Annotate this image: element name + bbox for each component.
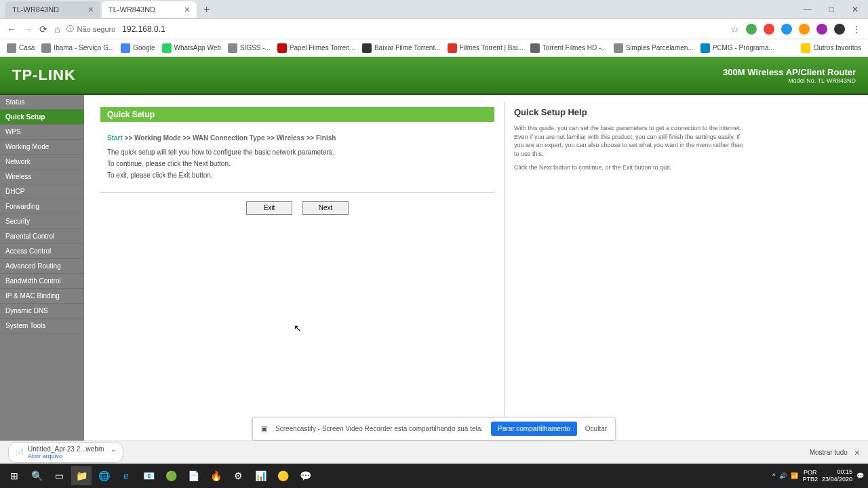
close-icon[interactable]: × [184, 4, 190, 15]
sidebar-item-access[interactable]: Access Control [0, 244, 84, 259]
bookmark-item[interactable]: Papel Filmes Torren... [277, 43, 355, 53]
close-window-button[interactable]: ✕ [848, 3, 863, 16]
start-button[interactable]: ⊞ [4, 466, 24, 485]
language-indicator[interactable]: POR PTB2 [802, 469, 818, 483]
sidebar-item-binding[interactable]: IP & MAC Binding [0, 289, 84, 304]
sidebar-item-status[interactable]: Status [0, 95, 84, 110]
taskbar-app[interactable]: 📊 [250, 466, 271, 485]
tray-icon[interactable]: 🔊 [779, 472, 787, 479]
sidebar-item-dhcp[interactable]: DHCP [0, 184, 84, 199]
share-text: Screencastify - Screen Video Recorder es… [275, 425, 483, 432]
reload-button[interactable]: ⟳ [39, 24, 47, 35]
address-bar: ← → ⟳ ⌂ ⓘ Não seguro 192.168.0.1 ☆ ⋮ [0, 19, 868, 39]
extension-icon[interactable] [764, 24, 774, 35]
new-tab-button[interactable]: + [198, 3, 215, 16]
help-title: Quick Setup Help [514, 107, 746, 117]
sidebar-item-security[interactable]: Security [0, 214, 84, 229]
bookmark-item[interactable]: Google [121, 43, 155, 53]
taskbar-app[interactable]: 💬 [295, 466, 315, 485]
page-content: TP-LINK 300M Wireless AP/Client Router M… [0, 57, 868, 441]
hide-button[interactable]: Ocultar [585, 425, 607, 432]
notification-icon[interactable]: 💬 [856, 472, 864, 479]
divider [100, 192, 494, 193]
task-view-icon[interactable]: ▭ [49, 466, 69, 485]
extension-icon[interactable] [781, 24, 792, 35]
next-button[interactable]: Next [302, 201, 349, 215]
taskbar-app[interactable]: 📁 [71, 466, 92, 485]
download-filename: Untitled_Apr 23 2...webm [28, 445, 104, 453]
bookmark-item[interactable]: Filmes Torrent | Bai... [448, 43, 524, 53]
tray-icon[interactable]: 📶 [791, 472, 798, 479]
bookmark-item[interactable]: SIGSS -... [228, 43, 271, 53]
sidebar-nav: Status Quick Setup WPS Working Mode Netw… [0, 95, 84, 441]
tab-title: TL-WR843ND [12, 5, 59, 14]
maximize-button[interactable]: □ [825, 3, 838, 16]
taskbar-app[interactable]: 🟡 [273, 466, 293, 485]
security-indicator[interactable]: ⓘ Não seguro [66, 24, 115, 34]
browser-tab-strip: TL-WR843ND × TL-WR843ND × + — □ ✕ [0, 0, 868, 19]
sidebar-item-wps[interactable]: WPS [0, 125, 84, 140]
extension-icon[interactable] [834, 24, 845, 35]
show-all-downloads[interactable]: Mostrar tudo [810, 449, 848, 456]
star-icon[interactable]: ☆ [730, 24, 739, 35]
forward-button[interactable]: → [23, 24, 33, 35]
sidebar-item-bandwidth[interactable]: Bandwidth Control [0, 274, 84, 289]
stop-sharing-button[interactable]: Parar compartilhamento [491, 422, 577, 436]
download-bar: 📄 Untitled_Apr 23 2...webm Abrir arquivo… [0, 441, 868, 464]
main-content: Quick Setup Start >> Working Mode >> WAN… [91, 102, 505, 434]
product-name: 300M Wireless AP/Client Router [723, 67, 856, 77]
sidebar-item-working-mode[interactable]: Working Mode [0, 140, 84, 155]
chevron-down-icon[interactable]: ⌃ [111, 449, 116, 456]
exit-button[interactable]: Exit [246, 201, 292, 215]
search-icon[interactable]: 🔍 [26, 466, 47, 485]
minimize-button[interactable]: — [800, 3, 816, 16]
intro-line: To exit, please click the Exit button. [107, 171, 494, 179]
sidebar-item-forwarding[interactable]: Forwarding [0, 199, 84, 214]
help-panel: Quick Setup Help With this guide, you ca… [505, 102, 755, 434]
taskbar-app[interactable]: 📄 [183, 466, 203, 485]
bookmark-item[interactable]: PCMG - Programa... [701, 43, 774, 53]
share-icon: ▣ [261, 425, 267, 432]
breadcrumb: Start >> Working Mode >> WAN Connection … [107, 134, 494, 142]
bookmarks-bar: Casa Ibama - Serviço G... Google WhatsAp… [0, 39, 868, 57]
sidebar-item-network[interactable]: Network [0, 155, 84, 169]
clock[interactable]: 00:15 23/04/2020 [822, 468, 852, 483]
download-item[interactable]: 📄 Untitled_Apr 23 2...webm Abrir arquivo… [8, 442, 123, 463]
help-text: With this guide, you can set the basic p… [514, 124, 746, 158]
taskbar-app[interactable]: 🌐 [94, 466, 114, 485]
sidebar-item-quick-setup[interactable]: Quick Setup [0, 110, 84, 125]
taskbar-app[interactable]: 🟢 [161, 466, 181, 485]
taskbar-app[interactable]: e [116, 466, 136, 485]
extension-icon[interactable] [816, 24, 827, 35]
bookmark-item[interactable]: Torrent Filmes HD -... [530, 43, 607, 53]
home-button[interactable]: ⌂ [54, 24, 60, 35]
menu-icon[interactable]: ⋮ [852, 24, 861, 35]
bookmark-item[interactable]: WhatsApp Web [162, 43, 221, 53]
bookmark-item[interactable]: Casa [7, 43, 35, 53]
sidebar-item-routing[interactable]: Advanced Routing [0, 259, 84, 274]
sidebar-item-parental[interactable]: Parental Control [0, 229, 84, 244]
sidebar-item-system[interactable]: System Tools [0, 319, 84, 333]
url-field[interactable]: 192.168.0.1 [122, 24, 724, 34]
taskbar-app[interactable]: 📧 [138, 466, 159, 485]
close-icon[interactable]: × [88, 4, 94, 15]
extension-icon[interactable] [746, 24, 757, 35]
taskbar-app[interactable]: ⚙ [228, 466, 248, 485]
tray-chevron[interactable]: ^ [772, 472, 775, 479]
bookmark-other[interactable]: Outros favoritos [801, 43, 861, 53]
sidebar-item-wireless[interactable]: Wireless [0, 169, 84, 184]
back-button[interactable]: ← [7, 24, 16, 35]
browser-tab[interactable]: TL-WR843ND × [5, 1, 100, 18]
bookmark-item[interactable]: Baixar Filme Torrent... [362, 43, 441, 53]
sidebar-item-ddns[interactable]: Dynamic DNS [0, 304, 84, 319]
extension-icon[interactable] [799, 24, 810, 35]
router-header: TP-LINK 300M Wireless AP/Client Router M… [0, 57, 868, 95]
intro-line: The quick setup will tell you how to con… [107, 148, 494, 156]
bookmark-item[interactable]: Simples Parcelamen... [614, 43, 694, 53]
close-icon[interactable]: × [854, 447, 860, 458]
taskbar-app[interactable]: 🔥 [205, 466, 226, 485]
taskbar: ⊞ 🔍 ▭ 📁 🌐 e 📧 🟢 📄 🔥 ⚙ 📊 🟡 💬 ^ 🔊 📶 POR PT… [0, 464, 868, 488]
browser-tab[interactable]: TL-WR843ND × [102, 1, 197, 18]
help-text: Click the Next button to continue, or th… [514, 163, 746, 172]
bookmark-item[interactable]: Ibama - Serviço G... [41, 43, 114, 53]
